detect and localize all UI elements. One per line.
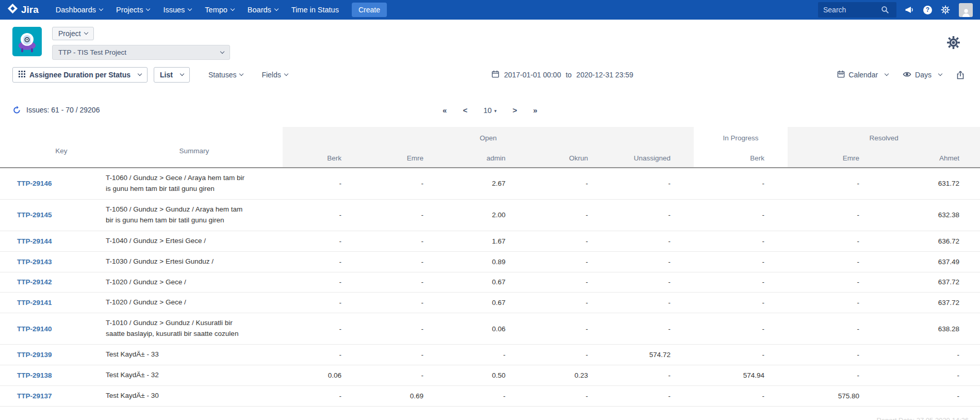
duration-cell: - [694,386,788,407]
issues-count: Issues: 61 - 70 / 29206 [26,106,100,114]
duration-cell: - [283,251,365,272]
calendar-mode-dropdown[interactable]: Calendar [837,70,888,79]
subheader-resolved-emre: Emre [788,149,883,168]
nav-boards[interactable]: Boards [248,6,278,14]
group-header-open: Open [283,127,694,149]
chevron-down-icon [84,30,88,35]
issue-key-link[interactable]: TTP-29142 [17,278,52,286]
duration-cell: - [694,251,788,272]
first-page-button[interactable]: « [443,106,447,115]
chevron-down-icon [274,7,279,11]
table-row: TTP-29142 T-1020 / Gunduz > Gece / - - 0… [0,272,980,293]
export-icon[interactable] [956,71,965,79]
help-icon[interactable]: ? [923,6,932,14]
eye-icon [903,71,911,79]
nav-projects[interactable]: Projects [116,6,150,14]
nav-time-in-status[interactable]: Time in Status [291,6,339,14]
announcements-icon[interactable] [905,6,914,14]
project-avatar [12,27,42,56]
jira-brand[interactable]: Jira [7,3,39,17]
user-avatar[interactable] [959,3,973,17]
duration-cell: - [788,313,883,345]
issue-summary: Test KaydÄ± - 30 [106,391,246,401]
view-mode-dropdown[interactable]: List [154,67,190,83]
duration-cell: - [788,231,883,251]
issue-key-link[interactable]: TTP-29141 [17,299,52,306]
report-meta: Report Date: 27.05.2020 14:26 Version: 4… [876,416,969,420]
issue-summary: T-1020 / Gunduz > Gece / [106,297,246,308]
issue-summary: T-1050 / Gunduz > Gunduz / Araya hem tam… [106,204,246,226]
duration-cell: - [529,345,611,365]
issue-summary: T-1060 / Gunduz > Gece / Araya hem tam b… [106,173,246,195]
date-from: 2017-01-01 00:00 [504,71,561,79]
search-input[interactable] [823,6,881,14]
fields-dropdown[interactable]: Fields [262,71,287,79]
table-row: TTP-29143 T-1030 / Gunduz > Ertesi Gundu… [0,251,980,272]
duration-cell: - [447,345,529,365]
duration-cell: - [365,293,447,313]
last-page-button[interactable]: » [533,106,537,115]
duration-cell: - [529,251,611,272]
search-icon[interactable] [881,6,889,14]
duration-cell: - [883,345,980,365]
next-page-button[interactable]: > [513,106,517,115]
duration-cell: - [611,386,694,407]
report-settings-gear-icon[interactable] [946,36,960,52]
chevron-down-icon [146,7,150,11]
create-button[interactable]: Create [352,3,387,17]
pagination-top: « < 10 ▾ > » [443,106,537,115]
duration-cell: - [447,386,529,407]
duration-cell: - [529,231,611,251]
duration-cell: 638.28 [883,313,980,345]
prev-page-button[interactable]: < [463,106,467,115]
project-header: Project TTP - TIS Test Project [0,20,980,64]
issue-key-link[interactable]: TTP-29146 [17,180,52,187]
chevron-down-icon [220,49,224,53]
duration-cell: - [365,365,447,386]
issue-key-link[interactable]: TTP-29138 [17,371,52,379]
duration-cell: - [611,313,694,345]
duration-cell: 636.72 [883,231,980,251]
nav-issues[interactable]: Issues [163,6,191,14]
page-size-dropdown[interactable]: 10 ▾ [483,106,497,114]
duration-cell: - [883,365,980,386]
top-navbar: Jira Dashboards Projects Issues Tempo Bo… [0,0,980,20]
date-range-picker[interactable]: 2017-01-01 00:00 to 2020-12-31 23:59 [288,70,837,79]
scope-dropdown[interactable]: Project [52,27,94,40]
refresh-icon[interactable] [12,106,21,115]
issue-summary: Test KaydÄ± - 33 [106,349,246,360]
nav-tempo[interactable]: Tempo [205,6,234,14]
key-column-header: Key [0,127,106,168]
issue-key-link[interactable]: TTP-29143 [17,258,52,266]
issues-bar-top: Issues: 61 - 70 / 29206 « < 10 ▾ > » [0,101,980,119]
duration-cell: 637.72 [883,272,980,293]
chevron-down-icon [138,72,142,76]
issue-summary: T-1040 / Gunduz > Ertesi Gece / [106,236,246,247]
project-select[interactable]: TTP - TIS Test Project [52,45,230,60]
duration-cell: - [611,272,694,293]
issue-key-link[interactable]: TTP-29144 [17,237,52,245]
duration-cell: - [365,251,447,272]
subheader-open-emre: Emre [365,149,447,168]
nav-dashboards[interactable]: Dashboards [56,6,103,14]
issue-key-link[interactable]: TTP-29137 [17,392,52,400]
report-type-dropdown[interactable]: Assignee Duration per Status [12,67,148,83]
issue-key-link[interactable]: TTP-29140 [17,325,52,333]
issue-key-link[interactable]: TTP-29145 [17,211,52,219]
navbar-right: ? [818,2,973,18]
settings-gear-icon[interactable] [941,5,950,14]
chevron-down-icon [180,72,184,76]
duration-cell: 0.67 [447,272,529,293]
table-row: TTP-29139 Test KaydÄ± - 33 - - - - 574.7… [0,345,980,365]
date-to-word: to [566,71,572,79]
subheader-inprogress-berk: Berk [694,149,788,168]
summary-column-header: Summary [106,127,283,168]
issue-key-link[interactable]: TTP-29139 [17,351,52,359]
duration-cell: - [611,251,694,272]
duration-cell: - [365,272,447,293]
unit-dropdown[interactable]: Days [903,71,942,79]
duration-cell: - [788,251,883,272]
chevron-down-icon [99,7,103,11]
chevron-down-icon [231,7,235,11]
statuses-dropdown[interactable]: Statuses [208,71,243,79]
